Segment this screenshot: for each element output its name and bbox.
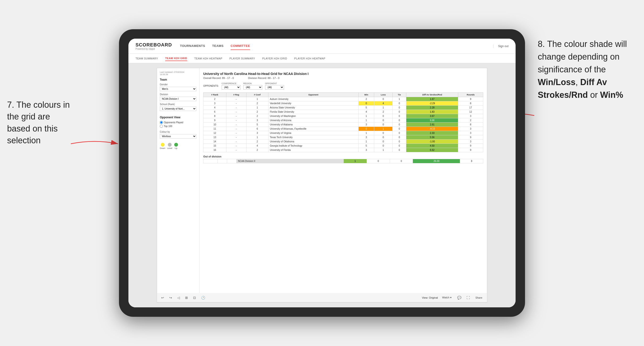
colour-legend: Down Level Up <box>160 143 196 150</box>
region-select[interactable]: (All) <box>244 85 262 90</box>
colour-by-select[interactable]: Win/loss <box>160 134 196 139</box>
ood-tie: 0 <box>390 159 413 163</box>
undo-btn[interactable]: ↩ <box>160 295 166 300</box>
radio-opponents-played[interactable]: Opponents Played <box>160 121 196 124</box>
ood-diff: 26.00 <box>413 159 460 163</box>
annotation-left: 7. The colours in the grid are based on … <box>7 99 73 147</box>
region-filter-label: Region <box>244 82 262 85</box>
conference-filter-label: Conference <box>222 82 240 85</box>
col-rounds: Rounds <box>458 93 483 97</box>
watch-btn[interactable]: Watch ▾ <box>440 296 454 300</box>
subnav-player-summary[interactable]: PLAYER SUMMARY <box>230 56 255 61</box>
nav-teams[interactable]: TEAMS <box>212 42 224 50</box>
gender-select[interactable]: Men's <box>160 87 196 91</box>
col-tie: Tie <box>392 93 406 97</box>
school-label: School (Rank) <box>160 103 196 106</box>
opponent-filter-label: Opponent <box>265 82 284 85</box>
report-title: University of North Carolina Head-to-Hea… <box>203 72 483 76</box>
col-opponent: Opponent <box>268 93 358 97</box>
opponent-view-title: Opponent View <box>160 116 196 119</box>
conference-select[interactable]: (All) <box>222 85 240 90</box>
table-row: 4-1Arizona State University5102.2817 <box>204 106 483 110</box>
overall-record: Overall Record: 89 - 17 - 0 <box>203 77 234 79</box>
sign-out-button[interactable]: Sign out <box>493 44 508 48</box>
view-label: View: Original <box>422 296 438 299</box>
subnav-player-h2h-grid[interactable]: PLAYER H2H GRID <box>262 56 287 61</box>
redo-btn[interactable]: ↪ <box>168 295 174 300</box>
tableau-body: Last Updated: 27/03/202416:55:38 Team Ge… <box>157 68 487 293</box>
out-of-division-row: NCAA Division II 1 0 0 26.00 3 <box>204 159 483 163</box>
table-row: 12-3University of Virginia1002.333 <box>204 131 483 135</box>
gender-label: Gender <box>160 83 196 86</box>
tableau-container: Last Updated: 27/03/202416:55:38 Team Ge… <box>157 68 487 303</box>
copy-btn[interactable]: ⊡ <box>192 295 197 300</box>
col-diff: Diff Av Strokes/Rnd <box>406 93 458 97</box>
down-dot <box>161 143 164 147</box>
subnav-team-h2h-grid[interactable]: TEAM H2H GRID <box>165 56 187 61</box>
out-of-division: Out of division NCAA Division II 1 <box>203 155 483 163</box>
ood-loss: 0 <box>366 159 390 163</box>
ood-rounds: 3 <box>460 159 483 163</box>
panel-timestamp: Last Updated: 27/03/202416:55:38 <box>160 71 196 76</box>
filter-row: Opponents: Conference (All) Region ( <box>203 82 483 90</box>
region-filter: Region (All) <box>244 82 262 90</box>
ood-win: 1 <box>344 159 367 163</box>
table-row: 13-1Texas Tech University3005.569 <box>204 135 483 140</box>
level-dot <box>168 143 172 147</box>
school-select[interactable]: 1. University of Nort... <box>160 107 196 111</box>
tableau-toolbar: ↩ ↪ ◁ ⊞ ⊡ 🕐 View: Original Watch ▾ 💬 ⛶ S… <box>157 293 487 302</box>
tablet-frame: SCOREBOARD Powered by clippd TOURNAMENTS… <box>119 29 525 317</box>
opponent-view-section: Opponent View Opponents Played Top 100 <box>160 116 196 128</box>
table-row: 2-1Auburn University2011.679 <box>204 97 483 101</box>
comment-btn[interactable]: 💬 <box>456 295 463 300</box>
table-row: 3-2Vanderbilt University040-2.298 <box>204 101 483 106</box>
table-row: 11-6University of Arkansas, Fayetteville… <box>204 127 483 131</box>
col-loss: Loss <box>374 93 392 97</box>
level-label: Level <box>167 147 172 150</box>
col-reg: # Reg <box>226 93 246 97</box>
col-conf: # Conf <box>246 93 268 97</box>
back-btn[interactable]: ◁ <box>176 295 181 300</box>
ood-division: NCAA Division II <box>236 159 344 163</box>
logo: SCOREBOARD <box>136 42 172 48</box>
data-area: University of North Carolina Head-to-Hea… <box>200 68 487 293</box>
division-record: Division Record: 88 - 17 - 0 <box>248 77 280 79</box>
nav-committee[interactable]: COMMITTEE <box>231 42 250 50</box>
left-panel: Last Updated: 27/03/202416:55:38 Team Ge… <box>157 68 200 293</box>
up-label: Up <box>175 147 178 150</box>
radio-top100[interactable]: Top 100 <box>160 125 196 128</box>
clock-btn[interactable]: 🕐 <box>200 295 206 300</box>
subnav-player-h2h-heatmap[interactable]: PLAYER H2H HEATMAP <box>294 56 325 61</box>
table-row: 15-4Georgia Institute of Technology5004.… <box>204 144 483 148</box>
nav-tournaments[interactable]: TOURNAMENTS <box>180 42 205 50</box>
left-arrow <box>68 137 120 151</box>
colour-by-section: Colour by Win/loss <box>160 131 196 141</box>
opponent-filter: Opponent (All) <box>265 82 284 90</box>
table-row: 14-2University of Oklahoma100-1.003 <box>204 140 483 144</box>
team-section-title: Team <box>160 78 196 81</box>
out-of-division-title: Out of division <box>203 155 483 158</box>
nav-items: TOURNAMENTS TEAMS COMMITTEE <box>180 42 493 50</box>
division-label: Division <box>160 93 196 96</box>
subnav-team-h2h-heatmap[interactable]: TEAM H2H HEATMAP <box>194 56 222 61</box>
fullscreen-btn[interactable]: ⛶ <box>465 295 471 300</box>
report-subtitle: Overall Record: 89 - 17 - 0 Division Rec… <box>203 77 483 79</box>
up-dot <box>174 143 178 147</box>
radio-group: Opponents Played Top 100 <box>160 121 196 128</box>
col-win: Win <box>358 93 374 97</box>
sub-nav: TEAM SUMMARY TEAM H2H GRID TEAM H2H HEAT… <box>128 54 516 63</box>
subnav-team-summary[interactable]: TEAM SUMMARY <box>136 56 158 61</box>
out-of-division-table: NCAA Division II 1 0 0 26.00 3 <box>203 159 483 163</box>
table-row: 10-5University of Alabama3002.618 <box>204 123 483 127</box>
share-btn[interactable]: Share <box>474 296 484 300</box>
tablet-screen: SCOREBOARD Powered by clippd TOURNAMENTS… <box>128 39 516 307</box>
table-row: 8-2University of Washington1003.673 <box>204 114 483 118</box>
logo-powered: Powered by clippd <box>136 48 166 50</box>
table-row: 16-2University of Florida3106.629 <box>204 148 483 152</box>
col-rank: # Rank <box>204 93 226 97</box>
table-row: 9-3University of Arizona1009.002 <box>204 118 483 123</box>
division-select[interactable]: NCAA Division I <box>160 97 196 101</box>
opponent-select[interactable]: (All) <box>265 85 284 90</box>
data-table: # Rank # Reg # Conf Opponent Win Loss Ti… <box>203 92 483 152</box>
refresh-btn[interactable]: ⊞ <box>184 295 189 300</box>
